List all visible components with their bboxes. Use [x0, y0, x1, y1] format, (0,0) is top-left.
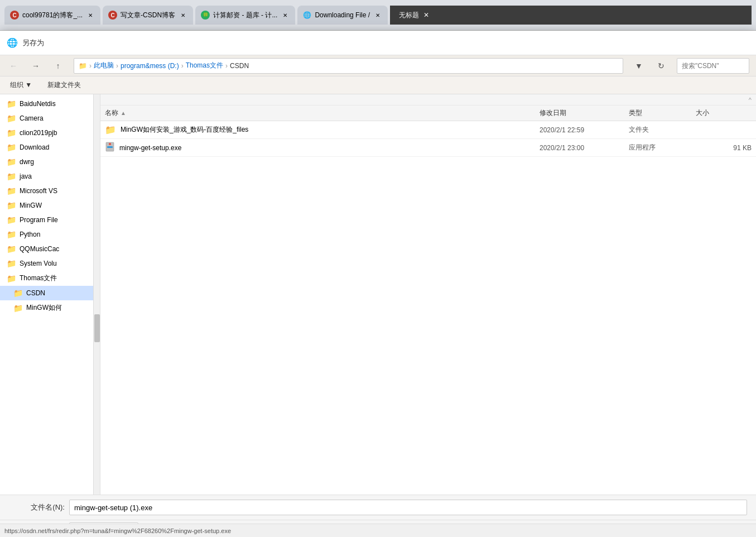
- tab-3[interactable]: 🍀 计算邮资 - 题库 - 计... ✕: [195, 6, 295, 25]
- folder-icon: 📁: [7, 230, 16, 239]
- file-date-0: 2020/2/1 22:59: [540, 126, 629, 134]
- sidebar-item-mingwru[interactable]: 📁 MinGW如何: [0, 300, 100, 315]
- file-row-1[interactable]: mingw-get-setup.exe 2020/2/1 23:00 应用程序 …: [100, 139, 756, 157]
- tab-4-label: Downloading File /: [315, 11, 370, 19]
- breadcrumb-icon: 📁: [79, 62, 87, 70]
- filename-input[interactable]: [69, 500, 747, 515]
- file-size-1: 91 KB: [696, 144, 752, 152]
- file-name-0: MinGW如何安装_游戏_数码-百度经验_files: [121, 125, 540, 135]
- folder-icon: 📁: [7, 274, 16, 283]
- tab-3-close[interactable]: ✕: [281, 11, 290, 20]
- chrome-logo-icon: 🌐: [7, 37, 18, 48]
- sidebar-item-dwrg[interactable]: 📁 dwrg: [0, 155, 100, 169]
- folder-icon: 📁: [7, 244, 16, 253]
- new-tab-label: 无标题: [399, 11, 419, 20]
- column-headers: 名称 ▲ 修改日期 类型 大小: [100, 106, 756, 121]
- file-date-1: 2020/2/1 23:00: [540, 144, 629, 152]
- sort-indicator: ^: [100, 94, 756, 106]
- sidebar-scrollbar-thumb[interactable]: [94, 314, 100, 342]
- folder-icon: 📁: [13, 304, 23, 313]
- dialog-titlebar: 🌐 另存为: [0, 31, 756, 55]
- file-type-1: 应用程序: [629, 143, 696, 152]
- tab-1[interactable]: C cool99781的博客_... ✕: [4, 6, 100, 25]
- folder-icon: 📁: [7, 259, 16, 268]
- organize-button[interactable]: 组织 ▼: [7, 79, 35, 91]
- tab-3-label: 计算邮资 - 题库 - 计...: [213, 11, 277, 20]
- folder-icon: 📁: [7, 172, 16, 181]
- sidebar-item-baidunetdis[interactable]: 📁 BaiduNetdis: [0, 97, 100, 111]
- sort-arrow: ^: [749, 97, 752, 103]
- tab-1-label: cool99781的博客_...: [22, 11, 83, 20]
- organize-label: 组织 ▼: [10, 80, 32, 90]
- folder-blue-icon: 📁: [13, 289, 23, 298]
- folder-icon: 📁: [7, 201, 16, 210]
- file-name-1: mingw-get-setup.exe: [119, 144, 540, 152]
- filename-row: 文件名(N):: [0, 495, 756, 520]
- status-bar: https://osdn.net/frs/redir.php?m=tuna&f=…: [0, 524, 756, 537]
- new-tab-section: 无标题 ✕: [390, 6, 752, 25]
- tab-2-favicon: C: [108, 11, 117, 20]
- folder-file-icon-0: 📁: [105, 124, 116, 135]
- breadcrumb-pc[interactable]: 此电脑: [94, 61, 114, 70]
- sidebar-item-qqmusiccac[interactable]: 📁 QQMusicCac: [0, 242, 100, 256]
- dialog-content: 📁 BaiduNetdis 📁 Camera 📁 clion2019pjb 📁 …: [0, 94, 756, 495]
- breadcrumb-drive[interactable]: program&mess (D:): [121, 62, 179, 70]
- tab-4-favicon: 🌐: [303, 11, 311, 19]
- tab-2[interactable]: C 写文章-CSDN博客 ✕: [103, 6, 193, 25]
- tab-3-favicon: 🍀: [201, 11, 210, 20]
- file-toolbar: 组织 ▼ 新建文件夹: [0, 76, 756, 94]
- dialog-title: 另存为: [22, 38, 749, 48]
- back-button[interactable]: ←: [7, 59, 20, 73]
- address-breadcrumb[interactable]: 📁 › 此电脑 › program&mess (D:) › Thomas文件 ›…: [74, 58, 623, 74]
- folder-icon: 📁: [7, 143, 16, 152]
- dialog-toolbar: ← → ↑ 📁 › 此电脑 › program&mess (D:) › Thom…: [0, 55, 756, 76]
- sidebar-item-csdn[interactable]: 📁 CSDN: [0, 286, 100, 300]
- file-row-0[interactable]: 📁 MinGW如何安装_游戏_数码-百度经验_files 2020/2/1 22…: [100, 121, 756, 139]
- tab-4-close[interactable]: ✕: [373, 11, 382, 20]
- content-pane: ^ 名称 ▲ 修改日期 类型 大小 📁: [100, 94, 756, 495]
- tab-2-label: 写文章-CSDN博客: [121, 11, 175, 20]
- breadcrumb-csdn: CSDN: [230, 62, 249, 70]
- col-header-date[interactable]: 修改日期: [540, 108, 629, 118]
- up-button[interactable]: ↑: [51, 59, 65, 73]
- tab-1-close[interactable]: ✕: [86, 11, 95, 20]
- status-url: https://osdn.net/frs/redir.php?m=tuna&f=…: [4, 528, 231, 534]
- breadcrumb-expand-btn[interactable]: ▼: [632, 59, 646, 73]
- sidebar-item-microsoftvs[interactable]: 📁 Microsoft VS: [0, 184, 100, 198]
- refresh-button[interactable]: ↻: [654, 59, 668, 73]
- tab-1-favicon: C: [10, 11, 19, 20]
- svg-point-2: [109, 143, 111, 145]
- sidebar-item-java[interactable]: 📁 java: [0, 169, 100, 184]
- sidebar-item-thomasfile[interactable]: 📁 Thomas文件: [0, 271, 100, 286]
- folder-icon: 📁: [7, 114, 16, 123]
- sidebar-item-mingw[interactable]: 📁 MinGW: [0, 198, 100, 213]
- sidebar-item-camera[interactable]: 📁 Camera: [0, 111, 100, 126]
- col-header-name[interactable]: 名称 ▲: [105, 108, 540, 118]
- new-tab-close-btn[interactable]: ✕: [423, 11, 429, 19]
- filename-label: 文件名(N):: [9, 502, 65, 512]
- tab-2-close[interactable]: ✕: [179, 11, 187, 20]
- sidebar-item-clion[interactable]: 📁 clion2019pjb: [0, 126, 100, 140]
- folder-icon: 📁: [7, 215, 16, 224]
- breadcrumb-thomas[interactable]: Thomas文件: [186, 61, 223, 70]
- browser-chrome: C cool99781的博客_... ✕ C 写文章-CSDN博客 ✕ 🍀 计算…: [0, 0, 756, 31]
- forward-button[interactable]: →: [29, 59, 42, 73]
- col-header-size[interactable]: 大小: [696, 108, 752, 118]
- new-folder-label: 新建文件夹: [47, 80, 81, 90]
- folder-icon: 📁: [7, 99, 16, 108]
- file-type-0: 文件夹: [629, 125, 696, 135]
- sidebar-item-programfile[interactable]: 📁 Program File: [0, 213, 100, 227]
- sidebar-item-python[interactable]: 📁 Python: [0, 227, 100, 242]
- sidebar-item-systemvolu[interactable]: 📁 System Volu: [0, 256, 100, 271]
- sidebar-item-download[interactable]: 📁 Download: [0, 140, 100, 155]
- folder-icon: 📁: [7, 186, 16, 195]
- folder-icon: 📁: [7, 157, 16, 166]
- search-input[interactable]: [677, 58, 749, 74]
- tab-4[interactable]: 🌐 Downloading File / ✕: [297, 6, 388, 25]
- exe-file-icon-1: [105, 142, 115, 154]
- svg-rect-1: [107, 146, 113, 148]
- sidebar: 📁 BaiduNetdis 📁 Camera 📁 clion2019pjb 📁 …: [0, 94, 100, 495]
- new-folder-button[interactable]: 新建文件夹: [44, 79, 84, 91]
- col-header-type[interactable]: 类型: [629, 108, 696, 118]
- sidebar-scrollbar[interactable]: [93, 94, 100, 495]
